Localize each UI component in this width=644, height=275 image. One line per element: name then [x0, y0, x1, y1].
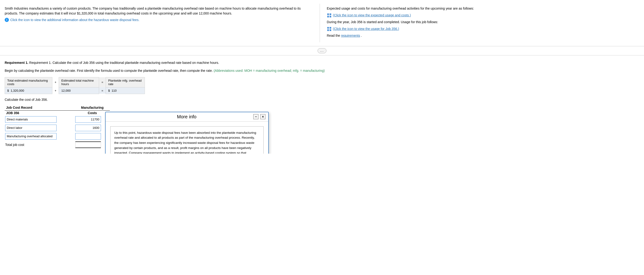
requirement-text: Requirement 1. Requirement 1. Calculate … [5, 60, 639, 65]
dialog-body: Up to this point, hazardous waste dispos… [106, 122, 268, 154]
grid-link-1[interactable]: (Click the icon to view the expected usa… [327, 13, 637, 18]
requirement-label: Requirement 1. [5, 61, 28, 65]
dialog-controls: − × [253, 114, 266, 119]
info-icon: i [5, 18, 9, 22]
direct-labor-value-cell [75, 124, 110, 132]
dialog-minimize-button[interactable]: − [253, 114, 258, 119]
svg-rect-2 [327, 16, 329, 17]
total-row: Total job cost [5, 141, 110, 149]
formula-operator-2: + [52, 87, 59, 94]
direct-labor-row [5, 124, 110, 132]
divider-row: ... [0, 46, 644, 55]
read-text: Read the [327, 34, 341, 38]
dialog-title: More info [120, 114, 253, 120]
col1-value: 1,320,000 [10, 89, 24, 92]
total-label-cell: Total job cost [5, 141, 75, 149]
direct-materials-label-cell [5, 115, 75, 124]
direct-materials-label-input[interactable] [5, 116, 56, 123]
col3-prefix: $ [108, 89, 110, 92]
direct-labor-label-input[interactable] [5, 125, 56, 131]
hazardous-waste-info-link[interactable]: i Click the icon to view the additional … [5, 18, 315, 22]
formula-col2-value: 12,000 [59, 87, 99, 94]
formula-col1-header: Total estimated manufacturing costs [5, 77, 52, 87]
begin-text: Begin by calculating the plantwide overh… [5, 68, 639, 73]
expand-collapse-button[interactable]: ... [318, 48, 326, 53]
grid-link-2-text: (Click the icon to view the usage for Jo… [333, 27, 399, 31]
formula-header-row: Total estimated manufacturing costs + Es… [5, 77, 145, 87]
total-value-cell [75, 141, 110, 149]
info-link-text: Click the icon to view the additional in… [10, 18, 140, 22]
formula-col2-header: Estimated total machine hours [59, 77, 99, 87]
bottom-area: Job Cost Record Manufacturing JOB 356 Co… [5, 105, 639, 149]
top-right-panel: Expected usage and costs for manufacturi… [320, 4, 644, 42]
direct-materials-row [5, 115, 110, 124]
mfg-overhead-value-cell [75, 132, 110, 141]
svg-rect-6 [327, 30, 329, 31]
calculate-text: Calculate the cost of Job 356. [5, 98, 639, 102]
job-number-label: JOB 356 [5, 110, 75, 115]
direct-labor-label-cell [5, 124, 75, 132]
svg-rect-4 [327, 27, 329, 29]
requirements-line: Read the requirements . [327, 33, 637, 38]
grid-icon-2[interactable] [327, 27, 332, 31]
dialog-close-button[interactable]: × [260, 114, 266, 119]
formula-col3-header: Plantwide mfg. overhead rate [106, 77, 145, 87]
job-cost-col2-header: Manufacturing [75, 105, 110, 111]
svg-rect-1 [330, 14, 331, 15]
formula-equals-header: = [99, 77, 106, 87]
info-content-box: Up to this point, hazardous waste dispos… [110, 126, 264, 154]
job-cost-sub-header-row: JOB 356 Costs [5, 110, 110, 115]
top-left-panel: Smith Industries manufactures a variety … [0, 4, 320, 42]
top-section: Smith Industries manufactures a variety … [0, 0, 644, 46]
job-cost-col1-header: Job Cost Record [5, 105, 75, 111]
formula-table: Total estimated manufacturing costs + Es… [5, 77, 145, 94]
svg-rect-3 [330, 16, 331, 17]
col3-value: 110 [112, 89, 116, 92]
svg-rect-0 [327, 14, 329, 15]
main-content: Requirement 1. Requirement 1. Calculate … [0, 55, 644, 154]
grid-link-1-text: (Click the icon to view the expected usa… [333, 13, 411, 18]
mfg-overhead-row [5, 132, 110, 141]
period: . [361, 34, 362, 38]
direct-materials-value-cell [75, 115, 110, 124]
intro-paragraph: Smith Industries manufactures a variety … [5, 6, 315, 16]
direct-materials-value-input[interactable] [75, 116, 101, 123]
grid-icon-1[interactable] [327, 13, 332, 18]
formula-col3-value: $ 110 [106, 87, 145, 94]
expected-usage-line: Expected usage and costs for manufacturi… [327, 6, 637, 11]
grid-link-2[interactable]: (Click the icon to view the usage for Jo… [327, 27, 637, 31]
requirement-description: Requirement 1. Calculate the cost of Job… [29, 61, 219, 65]
total-value-input[interactable] [75, 141, 101, 148]
job-356-line: During the year, Job 356 is started and … [327, 20, 637, 25]
svg-rect-5 [330, 27, 331, 29]
dialog-titlebar: More info − × [106, 112, 268, 122]
mfg-overhead-label-input[interactable] [5, 133, 56, 140]
formula-equals-value: = [99, 87, 106, 94]
col1-prefix: $ [7, 89, 9, 92]
job-cost-table: Job Cost Record Manufacturing JOB 356 Co… [5, 105, 110, 149]
info-content-text: Up to this point, hazardous waste dispos… [114, 130, 260, 154]
more-info-dialog: More info − × Up to this point, hazardou… [105, 112, 269, 154]
requirements-link[interactable]: requirements [341, 34, 360, 38]
svg-rect-7 [330, 30, 331, 31]
formula-value-row: $ 1,320,000 + 12,000 = $ 110 [5, 87, 145, 94]
mfg-overhead-value-input[interactable] [75, 133, 101, 140]
formula-col1-value: $ 1,320,000 [5, 87, 52, 94]
mfg-overhead-label-cell [5, 132, 75, 141]
abbreviation-note: (Abbreviations used: MOH = manufacturing… [214, 69, 324, 73]
formula-operator-1: + [52, 77, 59, 87]
direct-labor-value-input[interactable] [75, 125, 101, 131]
job-cost-header-row: Job Cost Record Manufacturing [5, 105, 110, 111]
costs-label: Costs [75, 110, 110, 115]
